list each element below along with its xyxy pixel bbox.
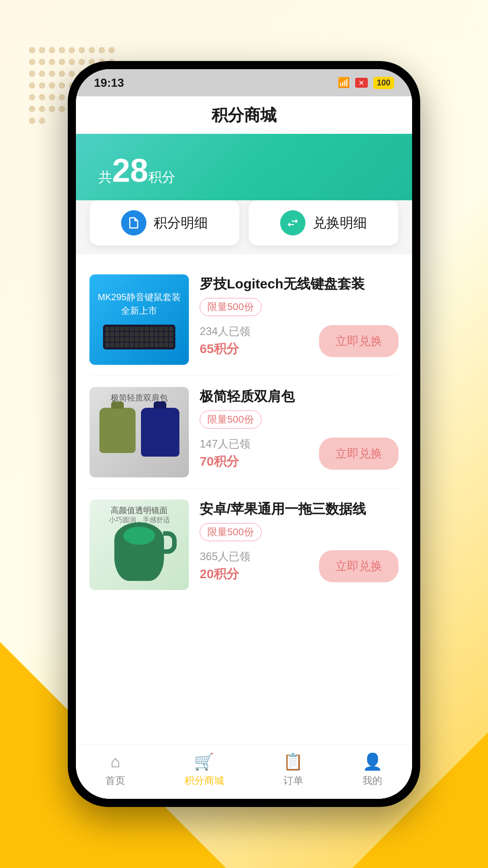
redeem-button-1[interactable]: 立即兑换	[319, 325, 399, 357]
product-limit-2: 限量500份	[200, 410, 262, 429]
product-meta-3: 365人已领 20积分 立即兑换	[200, 549, 399, 583]
nav-home-label: 首页	[105, 774, 125, 788]
nav-home[interactable]: ⌂ 首页	[105, 752, 125, 788]
backpack-shapes	[99, 408, 179, 457]
phone-frame: 19:13 📶 ✕ 100 积分商城 共28积分	[68, 61, 420, 807]
mug-label-top: 高颜值透明镜面	[89, 505, 189, 516]
phone-screen: 19:13 📶 ✕ 100 积分商城 共28积分	[76, 69, 412, 799]
claimed-count-1: 234人已领	[200, 324, 250, 339]
mug-visual: 高颜值透明镜面 小巧圆润，手感舒适	[89, 500, 189, 590]
points-suffix: 积分	[148, 170, 175, 184]
product-limit-1: 限量500份	[200, 298, 262, 316]
product-limit-3: 限量500份	[200, 523, 262, 541]
meta-left-2: 147人已领 70积分	[200, 437, 250, 470]
meta-left-3: 365人已领 20积分	[200, 549, 250, 583]
page-title: 积分商城	[211, 106, 277, 124]
nav-mall[interactable]: 🛒 积分商城	[184, 752, 224, 788]
product-name-3: 安卓/苹果通用一拖三数据线	[200, 500, 399, 519]
points-number: 28	[112, 152, 148, 189]
bottom-nav: ⌂ 首页 🛒 积分商城 📋 订单 👤 我的	[76, 745, 412, 799]
battery-badge: 100	[373, 77, 394, 89]
points-cost-1: 65积分	[200, 340, 250, 358]
signal-x-icon: ✕	[355, 78, 368, 88]
product-meta-2: 147人已领 70积分 立即兑换	[200, 437, 399, 470]
bag-olive	[99, 408, 136, 453]
points-cost-3: 20积分	[200, 566, 250, 583]
tabs-section: 积分明细 兑换明细	[76, 200, 412, 245]
redeem-button-3[interactable]: 立即兑换	[319, 550, 399, 582]
points-cost-2: 70积分	[200, 453, 250, 470]
page-header: 积分商城	[76, 96, 412, 134]
product-image-3: 高颜值透明镜面 小巧圆润，手感舒适	[89, 500, 189, 590]
mug-shape	[114, 522, 164, 581]
status-time: 19:13	[94, 76, 124, 90]
nav-orders-label: 订单	[283, 774, 303, 788]
product-image-1: MK295静音键鼠套装 全新上市 // generate keys	[89, 274, 189, 365]
exchange-detail-icon	[280, 210, 305, 236]
nav-orders[interactable]: 📋 订单	[283, 752, 303, 788]
orders-icon: 📋	[283, 752, 303, 771]
points-prefix: 共	[99, 170, 112, 184]
home-icon: ⌂	[110, 752, 120, 771]
product-item-1: MK295静音键鼠套装 全新上市 // generate keys 罗技Logi…	[89, 264, 399, 376]
mine-icon: 👤	[362, 752, 383, 771]
backpack-img-label: 极简轻质双肩包	[89, 392, 189, 403]
product-name-1: 罗技Logitech无线键盘套装	[200, 274, 399, 293]
tab-exchange-label: 兑换明细	[313, 214, 367, 232]
claimed-count-3: 365人已领	[200, 549, 250, 564]
claimed-count-2: 147人已领	[200, 437, 250, 451]
nav-mine[interactable]: 👤 我的	[362, 752, 383, 788]
product-item-2: 极简轻质双肩包 极简轻质双肩包 限量500份 147人已领 70积分	[89, 376, 399, 489]
product-info-2: 极简轻质双肩包 限量500份 147人已领 70积分 立即兑换	[200, 387, 399, 470]
tab-points-label: 积分明细	[154, 214, 208, 232]
meta-left-1: 234人已领 65积分	[200, 324, 250, 358]
points-display: 共28积分	[99, 152, 389, 189]
product-info-3: 安卓/苹果通用一拖三数据线 限量500份 365人已领 20积分 立即兑换	[200, 500, 399, 583]
product-meta-1: 234人已领 65积分 立即兑换	[200, 324, 399, 358]
bag-navy	[141, 408, 179, 457]
tabs-row: 积分明细 兑换明细	[89, 200, 399, 245]
product-name-2: 极简轻质双肩包	[200, 387, 399, 406]
tab-points-detail[interactable]: 积分明细	[89, 200, 239, 245]
keyboard-img-label: MK295静音键鼠套装 全新上市	[98, 290, 180, 317]
points-detail-icon	[121, 210, 146, 236]
product-image-2: 极简轻质双肩包	[89, 387, 189, 477]
product-list: MK295静音键鼠套装 全新上市 // generate keys 罗技Logi…	[76, 255, 412, 745]
mug-handle	[163, 531, 177, 554]
keyboard-visual: MK295静音键鼠套装 全新上市 // generate keys	[89, 274, 189, 365]
keyboard-graphic: // generate keys	[103, 325, 175, 349]
nav-mine-label: 我的	[362, 774, 382, 788]
tab-exchange-detail[interactable]: 兑换明细	[249, 200, 399, 245]
status-icons: 📶 ✕ 100	[338, 77, 394, 89]
status-bar: 19:13 📶 ✕ 100	[76, 69, 412, 96]
nav-mall-label: 积分商城	[184, 774, 224, 788]
product-info-1: 罗技Logitech无线键盘套装 限量500份 234人已领 65积分 立即兑换	[200, 274, 399, 358]
wifi-icon: 📶	[338, 77, 350, 89]
backpack-visual: 极简轻质双肩包	[89, 387, 189, 477]
product-item-3: 高颜值透明镜面 小巧圆润，手感舒适 安卓/苹果通用一拖三数据线 限量500份 3…	[89, 489, 399, 601]
mall-icon: 🛒	[194, 752, 214, 771]
redeem-button-2[interactable]: 立即兑换	[319, 438, 399, 470]
